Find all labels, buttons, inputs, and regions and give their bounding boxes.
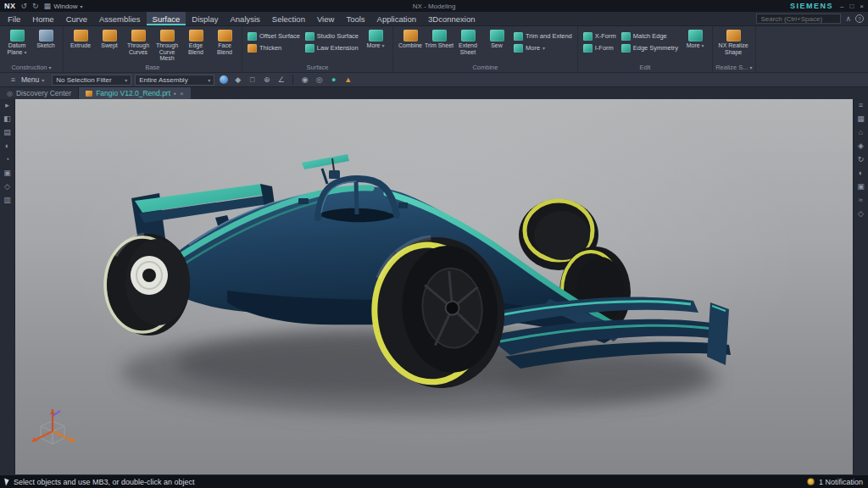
home-icon[interactable]: ⌂ bbox=[859, 129, 863, 136]
more-icon bbox=[688, 30, 703, 42]
i-form-button[interactable]: I-Form bbox=[581, 42, 619, 53]
waves-icon[interactable]: ≈ bbox=[859, 197, 863, 204]
render-style-icon[interactable]: ◈ bbox=[858, 142, 864, 150]
menu-home[interactable]: Home bbox=[26, 12, 59, 25]
x-form-icon bbox=[583, 32, 593, 41]
sphere-icon[interactable] bbox=[218, 75, 229, 86]
contrast-icon[interactable]: ◐ bbox=[859, 169, 863, 177]
nx-realize-shape-button[interactable]: NX Realize Shape bbox=[715, 28, 751, 55]
wcs-triad[interactable] bbox=[32, 409, 75, 444]
triangle-icon[interactable]: ▲ bbox=[342, 75, 353, 86]
rotate-view-icon[interactable]: ↻ bbox=[858, 156, 865, 164]
studio-surface-button[interactable]: Studio Surface bbox=[303, 30, 361, 42]
notification-area[interactable]: 1 Notification bbox=[807, 478, 863, 486]
angle-icon[interactable]: ∠ bbox=[275, 75, 287, 86]
sew-button[interactable]: Sew bbox=[482, 28, 511, 49]
group-label-surface[interactable]: Surface bbox=[245, 63, 390, 72]
target-icon[interactable]: ◉ bbox=[299, 75, 310, 86]
menu-application[interactable]: Application bbox=[371, 12, 422, 25]
point-icon[interactable]: ◆ bbox=[232, 75, 243, 86]
datum-plane-button[interactable]: Datum Plane ▾ bbox=[3, 28, 31, 56]
law-extension-button[interactable]: Law Extension bbox=[303, 42, 361, 53]
menu-view[interactable]: View bbox=[311, 12, 340, 25]
status-bar: Select objects and use MB3, or double-cl… bbox=[0, 474, 868, 488]
selection-filter-dropdown[interactable]: No Selection Filter ▾ bbox=[52, 75, 131, 86]
menu-display[interactable]: Display bbox=[186, 12, 224, 25]
menu-curve[interactable]: Curve bbox=[60, 12, 93, 25]
ribbon-group-surface: Offset Surface Thicken Studio Surface La… bbox=[242, 26, 393, 72]
trim-sheet-button[interactable]: Trim Sheet bbox=[425, 28, 453, 49]
menu-analysis[interactable]: Analysis bbox=[224, 12, 265, 25]
menu-button[interactable]: ≡ Menu ▾ bbox=[3, 74, 48, 86]
menu-file[interactable]: File bbox=[2, 12, 26, 25]
redo-icon[interactable]: ↻ bbox=[32, 2, 39, 10]
through-curves-button[interactable]: Through Curves bbox=[124, 28, 153, 55]
selection-scope-dropdown[interactable]: Entire Assembly ▾ bbox=[135, 75, 214, 86]
maximize-button[interactable]: □ bbox=[849, 3, 854, 10]
chevron-down-icon: ▾ bbox=[42, 77, 44, 83]
circle-icon[interactable]: ◎ bbox=[314, 75, 325, 86]
combine-button[interactable]: Combine bbox=[396, 28, 425, 49]
group-label-realize-shape[interactable]: Realize S...▾ bbox=[715, 63, 752, 72]
group-label-combine[interactable]: Combine bbox=[396, 63, 575, 72]
face-blend-button[interactable]: Face Blend bbox=[210, 28, 239, 55]
part-navigator-icon[interactable]: ▤ bbox=[3, 129, 11, 136]
window-menu[interactable]: ▦ Window ▾ bbox=[44, 2, 83, 10]
thicken-button[interactable]: Thicken bbox=[245, 42, 303, 53]
group-label-edit[interactable]: Edit bbox=[581, 63, 709, 72]
left-mirror bbox=[298, 198, 309, 204]
through-curve-mesh-button[interactable]: Through Curve Mesh bbox=[153, 28, 181, 62]
ribbon-group-realize-shape: NX Realize Shape Realize S...▾ bbox=[713, 26, 755, 72]
grid-icon[interactable]: ▦ bbox=[857, 115, 865, 123]
sketch-button[interactable]: Sketch bbox=[31, 28, 60, 49]
status-message: Select objects and use MB3, or double-cl… bbox=[14, 478, 195, 486]
surface-more-button[interactable]: More ▾ bbox=[361, 28, 390, 50]
group-label-base[interactable]: Base bbox=[66, 63, 239, 72]
sketch-icon bbox=[39, 30, 53, 42]
menu-surface[interactable]: Surface bbox=[147, 12, 186, 25]
menu-tools[interactable]: Tools bbox=[340, 12, 370, 25]
viewport[interactable] bbox=[15, 99, 853, 474]
match-edge-button[interactable]: Match Edge bbox=[619, 30, 681, 42]
minimize-button[interactable]: – bbox=[840, 3, 843, 10]
extend-sheet-icon bbox=[461, 30, 476, 42]
undo-icon[interactable]: ↺ bbox=[21, 2, 28, 10]
menu-3dconnexion[interactable]: 3Dconnexion bbox=[422, 12, 481, 25]
combine-more-button[interactable]: More ▾ bbox=[511, 42, 575, 53]
collapse-ribbon-icon[interactable]: ∧ bbox=[845, 14, 851, 23]
edge-blend-button[interactable]: Edge Blend bbox=[181, 28, 210, 55]
x-form-button[interactable]: X-Form bbox=[581, 30, 619, 42]
search-input[interactable] bbox=[756, 14, 841, 24]
edge-symmetry-button[interactable]: Edge Symmetry bbox=[619, 42, 681, 53]
close-button[interactable]: × bbox=[860, 3, 864, 10]
tab-bar: ◎ Discovery Center Fangio V12.0_Rend.prt… bbox=[0, 87, 868, 99]
diamond-outline-icon[interactable]: ◇ bbox=[858, 210, 864, 218]
trim-and-extend-button[interactable]: Trim and Extend bbox=[511, 30, 575, 42]
tab-close-icon[interactable]: × bbox=[180, 90, 184, 97]
assembly-navigator-icon[interactable]: ◧ bbox=[3, 115, 11, 123]
reuse-library-icon[interactable]: ◔ bbox=[5, 156, 9, 164]
edit-more-button[interactable]: More ▾ bbox=[681, 28, 709, 50]
extrude-button[interactable]: Extrude bbox=[66, 28, 95, 49]
menu-assemblies[interactable]: Assemblies bbox=[93, 12, 147, 25]
tab-discovery-center[interactable]: ◎ Discovery Center bbox=[0, 87, 79, 99]
tab-fangio-part[interactable]: Fangio V12.0_Rend.prt ▪ × bbox=[79, 87, 190, 99]
offset-surface-button[interactable]: Offset Surface bbox=[245, 30, 303, 42]
roles-icon[interactable]: ◇ bbox=[4, 183, 10, 191]
dot-icon[interactable]: ● bbox=[328, 75, 339, 86]
snapshot-icon[interactable]: ▣ bbox=[857, 183, 865, 191]
match-edge-icon bbox=[621, 32, 631, 41]
web-browser-icon[interactable]: ▥ bbox=[3, 197, 11, 204]
view-manager-icon[interactable]: ▣ bbox=[3, 169, 11, 177]
group-label-construction[interactable]: Construction▾ bbox=[3, 63, 60, 72]
hamburger-icon[interactable]: ≡ bbox=[859, 102, 863, 109]
swept-button[interactable]: Swept bbox=[95, 28, 124, 49]
edge-blend-icon bbox=[189, 30, 203, 42]
history-icon[interactable]: ◐ bbox=[5, 142, 9, 150]
extend-sheet-button[interactable]: Extend Sheet bbox=[453, 28, 482, 55]
help-icon[interactable]: ? bbox=[855, 14, 864, 23]
plus-icon[interactable]: ⊕ bbox=[261, 75, 272, 86]
expand-icon[interactable]: ▸ bbox=[5, 102, 9, 109]
menu-selection[interactable]: Selection bbox=[266, 12, 311, 25]
plane-icon[interactable]: □ bbox=[247, 75, 258, 86]
